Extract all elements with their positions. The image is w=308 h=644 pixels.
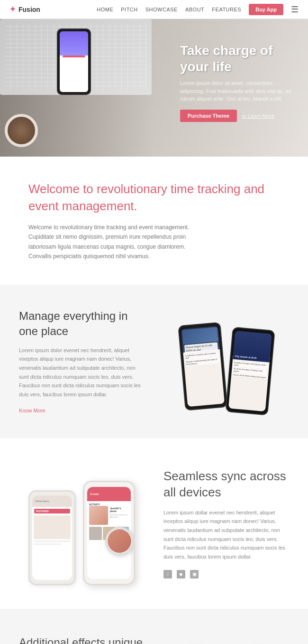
manage-phones: Obama targets tip 25 with $300b tax plan… bbox=[163, 309, 289, 414]
additional-section: Additional effects unique to app Lorem i… bbox=[0, 609, 308, 644]
news-text-1: Obama targets tip 25 with $300b tax plan bbox=[185, 343, 217, 352]
seamless-section: Chloe Harris FEATURED Create ACTIVITY bbox=[0, 438, 308, 609]
manage-body: Lorem ipsum dolor evenet nec hendrerit, … bbox=[19, 346, 145, 399]
phone-dark-right: City streets at dusk Escalator stronger … bbox=[225, 327, 275, 415]
nav-features[interactable]: Features bbox=[212, 7, 241, 12]
hero-buttons: Purchase Theme or Learn More bbox=[180, 110, 294, 122]
brand-icon: ✦ bbox=[9, 5, 16, 14]
platform-icons:  ◆ ▣ bbox=[163, 570, 289, 579]
windows-icon: ▣ bbox=[190, 570, 199, 579]
hamburger-icon[interactable]: ☰ bbox=[291, 4, 299, 15]
phone-screen-left: Obama targets tip 25 with $300b tax plan… bbox=[181, 326, 225, 407]
android-icon: ◆ bbox=[177, 570, 185, 579]
nav-about[interactable]: About bbox=[185, 7, 204, 12]
brand-name: Fusion bbox=[18, 6, 40, 13]
coffee-decoration bbox=[5, 114, 38, 147]
phone-front-header: Create bbox=[87, 487, 131, 501]
manage-heading: Manage everything in one place bbox=[19, 308, 145, 338]
apple-icon:  bbox=[163, 570, 172, 579]
phone-front-header-text: Create bbox=[90, 493, 99, 495]
nav-pitch[interactable]: Pitch bbox=[121, 7, 138, 12]
seamless-phones: Chloe Harris FEATURED Create ACTIVITY bbox=[19, 462, 145, 585]
seamless-body: Lorem ipsum dollar evenet nec hendrerit,… bbox=[163, 508, 289, 561]
hero-subtitle: Lorem ipsum dolor sit amet, consectetur … bbox=[180, 79, 294, 103]
news-content-right: Escalator stronger will long also wider … bbox=[231, 359, 269, 381]
hero-title: Take charge of your life bbox=[180, 43, 294, 75]
nav-home[interactable]: Home bbox=[97, 7, 113, 12]
phone-front: Create ACTIVITY Jennifer's photo http://… bbox=[83, 481, 135, 585]
magnifier-inner bbox=[108, 529, 131, 553]
manage-text: Manage everything in one place Lorem ips… bbox=[19, 308, 154, 414]
news-content-left: Obama targets tip 25 with $300b tax plan… bbox=[181, 326, 221, 367]
phone-screen-right: City streets at dusk Escalator stronger … bbox=[228, 331, 272, 411]
buy-button[interactable]: Buy App bbox=[249, 4, 283, 15]
hero-section: Take charge of your life Lorem ipsum dol… bbox=[0, 19, 308, 157]
additional-heading: Additional effects unique to app bbox=[19, 635, 145, 644]
hero-phone-screen bbox=[60, 31, 88, 92]
learn-more-link[interactable]: or Learn More bbox=[242, 113, 274, 119]
navbar: ✦ Fusion Home Pitch Showcase About Featu… bbox=[0, 0, 308, 19]
nav-links: Home Pitch Showcase About Features Buy A… bbox=[97, 4, 299, 15]
hero-phone bbox=[57, 28, 91, 95]
brand: ✦ Fusion bbox=[9, 5, 40, 14]
hero-content: Take charge of your life Lorem ipsum dol… bbox=[180, 43, 294, 122]
know-more-link[interactable]: Know More bbox=[19, 408, 45, 413]
hero-phone-decoration bbox=[57, 28, 95, 152]
revolutionary-body: Welcome to revolutionary time tracking a… bbox=[28, 223, 208, 261]
additional-text: Additional effects unique to app Lorem i… bbox=[19, 635, 154, 644]
seamless-heading: Seamless sync across all devices bbox=[163, 468, 289, 501]
additional-phones: Bill Scanning AR Scanning f Log In Hong … bbox=[163, 633, 289, 644]
phone-back: Chloe Harris FEATURED bbox=[28, 490, 76, 585]
revolutionary-section: Welcome to revolutionary time tracking a… bbox=[0, 157, 308, 285]
photo-activity: Jennifer's photo http://comment.nn on Mi… bbox=[89, 506, 129, 525]
magnifier bbox=[105, 527, 134, 555]
manage-section: Manage everything in one place Lorem ips… bbox=[0, 285, 308, 438]
seamless-text: Seamless sync across all devices Lorem i… bbox=[154, 468, 289, 579]
phone-dark-left: Obama targets tip 25 with $300b tax plan… bbox=[178, 322, 227, 411]
purchase-button[interactable]: Purchase Theme bbox=[180, 110, 237, 122]
nav-showcase[interactable]: Showcase bbox=[145, 7, 178, 12]
revolutionary-heading: Welcome to revolutionary time tracking a… bbox=[28, 180, 280, 215]
activity-image bbox=[89, 506, 108, 525]
